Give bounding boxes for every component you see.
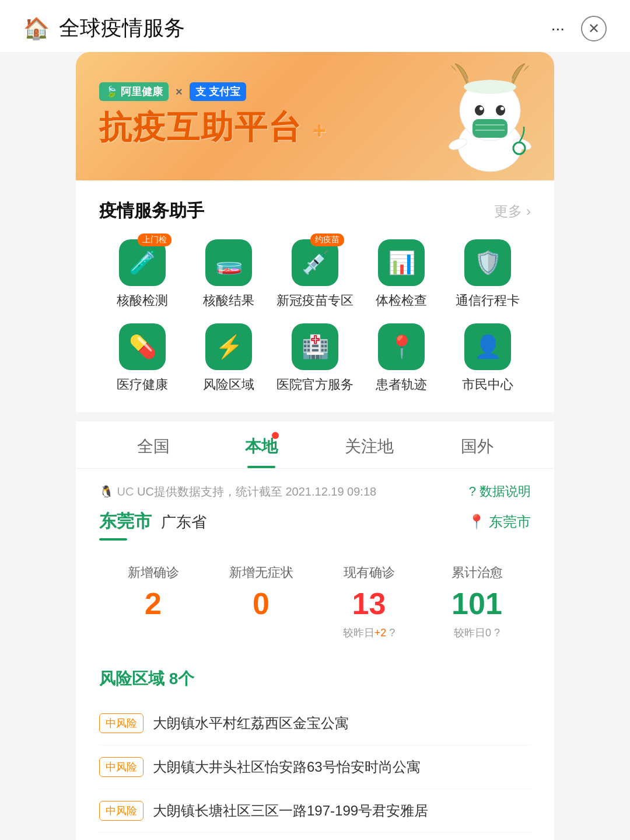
svg-point-3 — [475, 105, 484, 116]
close-button[interactable]: ✕ — [581, 16, 607, 41]
location-row: 东莞市 广东省 📍 东莞市 — [99, 510, 531, 534]
icon-box-nucleic-result: 🧫 — [205, 239, 252, 286]
section-divider — [76, 412, 554, 421]
icon-item-health-check[interactable]: 📊 体检检查 — [358, 239, 444, 309]
icon-box-health-check: 📊 — [378, 239, 425, 286]
data-explain-button[interactable]: ? 数据说明 — [469, 483, 531, 500]
icon-box-nucleic-test: 🧪 上门检 — [119, 239, 166, 286]
more-options-icon[interactable]: ··· — [551, 19, 565, 38]
risk-address-1: 大朗镇大井头社区怡安路63号怡安时尚公寓 — [153, 757, 421, 777]
icon-item-hospital[interactable]: 🏥 医院官方服务 — [272, 323, 358, 393]
risk-section: 风险区域 8个 中风险 大朗镇水平村红荔西区金宝公寓 中风险 大朗镇大井头社区怡… — [76, 654, 554, 840]
top-bar-left: 🏠 全球疫情服务 — [23, 14, 185, 43]
risk-badge-0: 中风险 — [99, 713, 144, 733]
svg-point-4 — [496, 105, 505, 116]
stat-value-new-confirmed: 2 — [145, 586, 162, 621]
location-icon: 📍 — [468, 514, 485, 530]
stat-new-confirmed: 新增确诊 2 — [99, 564, 207, 640]
tab-national[interactable]: 全国 — [99, 421, 207, 468]
tab-overseas[interactable]: 国外 — [423, 421, 531, 468]
risk-badge-1: 中风险 — [99, 757, 144, 777]
icon-label-medical: 医疗健康 — [117, 376, 168, 393]
banner-plus: + — [313, 117, 327, 143]
icon-item-nucleic-test[interactable]: 🧪 上门检 核酸检测 — [99, 239, 186, 309]
home-icon[interactable]: 🏠 — [23, 16, 50, 41]
top-bar-right: ··· ✕ — [551, 16, 607, 41]
data-area: 🐧 UC UC提供数据支持，统计截至 2021.12.19 09:18 ? 数据… — [76, 469, 554, 654]
banner: 🍃 阿里健康 × 支 支付宝 抗疫互助平台 + — [76, 52, 554, 180]
city-underline — [99, 538, 127, 541]
services-title: 疫情服务助手 — [99, 199, 204, 223]
uc-logo: 🐧 UC — [99, 485, 134, 498]
icon-item-nucleic-result[interactable]: 🧫 核酸结果 — [186, 239, 272, 309]
more-link[interactable]: 更多 › — [494, 202, 531, 221]
question-icon: ? — [469, 484, 476, 499]
page-title: 全球疫情服务 — [59, 14, 185, 43]
icon-badge-vaccine-zone: 约疫苗 — [310, 233, 344, 246]
risk-item-1[interactable]: 中风险 大朗镇大井头社区怡安路63号怡安时尚公寓 — [99, 745, 531, 789]
banner-cross: × — [176, 85, 183, 99]
banner-title: 抗疫互助平台 + — [99, 106, 327, 150]
icon-symbol-hospital: 🏥 — [302, 334, 329, 360]
stat-label-new-asymptomatic: 新增无症状 — [229, 564, 293, 581]
alipay-logo: 支 支付宝 — [190, 82, 246, 101]
icon-item-risk-area[interactable]: ⚡ 风险区域 — [186, 323, 272, 393]
icon-item-travel-card[interactable]: 🛡️ 通信行程卡 — [444, 239, 531, 309]
tab-local[interactable]: 本地 — [207, 421, 315, 468]
risk-item-2[interactable]: 中风险 大朗镇长塘社区三区一路197-199号君安雅居 — [99, 789, 531, 833]
location-selector[interactable]: 📍 东莞市 — [468, 513, 531, 531]
stat-sub-total-recovered: 较昨日0 ? — [454, 626, 500, 640]
svg-rect-7 — [473, 119, 508, 138]
icon-item-vaccine-zone[interactable]: 💉 约疫苗 新冠疫苗专区 — [272, 239, 358, 309]
services-card: 疫情服务助手 更多 › 🧪 上门检 核酸检测 🧫 核酸结果 💉 约疫苗 新冠疫苗… — [76, 180, 554, 412]
icon-item-citizen[interactable]: 👤 市民中心 — [444, 323, 531, 393]
icon-label-travel-card: 通信行程卡 — [456, 292, 520, 309]
icon-badge-nucleic-test: 上门检 — [138, 233, 172, 246]
tab-label-local: 本地 — [245, 437, 278, 455]
svg-point-2 — [464, 80, 516, 94]
stat-current-confirmed: 现有确诊 13 较昨日+2 ? — [315, 564, 423, 640]
icon-box-risk-area: ⚡ — [205, 323, 252, 370]
svg-point-5 — [480, 107, 483, 110]
tab-label-national: 全国 — [137, 437, 170, 455]
icon-label-vaccine-zone: 新冠疫苗专区 — [276, 292, 354, 309]
risk-items: 中风险 大朗镇水平村红荔西区金宝公寓 中风险 大朗镇大井头社区怡安路63号怡安时… — [99, 702, 531, 833]
icon-label-nucleic-result: 核酸结果 — [203, 292, 254, 309]
tab-dot-local — [272, 432, 279, 439]
icon-symbol-vaccine-zone: 💉 — [302, 250, 329, 276]
ali-health-logo: 🍃 阿里健康 — [99, 82, 169, 101]
services-header: 疫情服务助手 更多 › — [99, 199, 531, 223]
icon-label-patient-track: 患者轨迹 — [376, 376, 427, 393]
svg-point-6 — [501, 107, 504, 110]
icon-box-citizen: 👤 — [464, 323, 511, 370]
stat-value-total-recovered: 101 — [452, 586, 502, 621]
icon-box-travel-card: 🛡️ — [464, 239, 511, 286]
icon-label-health-check: 体检检查 — [376, 292, 427, 309]
icon-item-patient-track[interactable]: 📍 患者轨迹 — [358, 323, 444, 393]
stat-value-new-asymptomatic: 0 — [253, 586, 270, 621]
icon-box-hospital: 🏥 — [292, 323, 338, 370]
icon-label-citizen: 市民中心 — [462, 376, 513, 393]
risk-address-0: 大朗镇水平村红荔西区金宝公寓 — [153, 713, 349, 733]
location-label: 东莞市 — [489, 513, 531, 531]
tab-follow[interactable]: 关注地 — [315, 421, 423, 468]
banner-logos: 🍃 阿里健康 × 支 支付宝 — [99, 82, 327, 101]
risk-item-0[interactable]: 中风险 大朗镇水平村红荔西区金宝公寓 — [99, 702, 531, 745]
icon-symbol-nucleic-result: 🧫 — [215, 250, 243, 276]
data-source-text: 🐧 UC UC提供数据支持，统计截至 2021.12.19 09:18 — [99, 484, 376, 500]
icon-label-hospital: 医院官方服务 — [276, 376, 354, 393]
icon-symbol-travel-card: 🛡️ — [474, 250, 502, 276]
location-left: 东莞市 广东省 — [99, 510, 206, 534]
city-name: 东莞市 — [99, 510, 152, 534]
icon-label-nucleic-test: 核酸检测 — [117, 292, 168, 309]
tab-label-overseas: 国外 — [461, 437, 494, 455]
tabs-row: 全国本地关注地国外 — [76, 421, 554, 469]
stat-label-new-confirmed: 新增确诊 — [128, 564, 179, 581]
icon-symbol-health-check: 📊 — [388, 250, 415, 276]
icon-item-medical[interactable]: 💊 医疗健康 — [99, 323, 186, 393]
stat-value-current-confirmed: 13 — [352, 586, 386, 621]
more-regions-button[interactable]: 查看更多地区 ∨ — [99, 833, 531, 840]
icon-symbol-risk-area: ⚡ — [215, 334, 243, 360]
risk-address-2: 大朗镇长塘社区三区一路197-199号君安雅居 — [153, 801, 428, 821]
top-bar: 🏠 全球疫情服务 ··· ✕ — [0, 0, 630, 52]
